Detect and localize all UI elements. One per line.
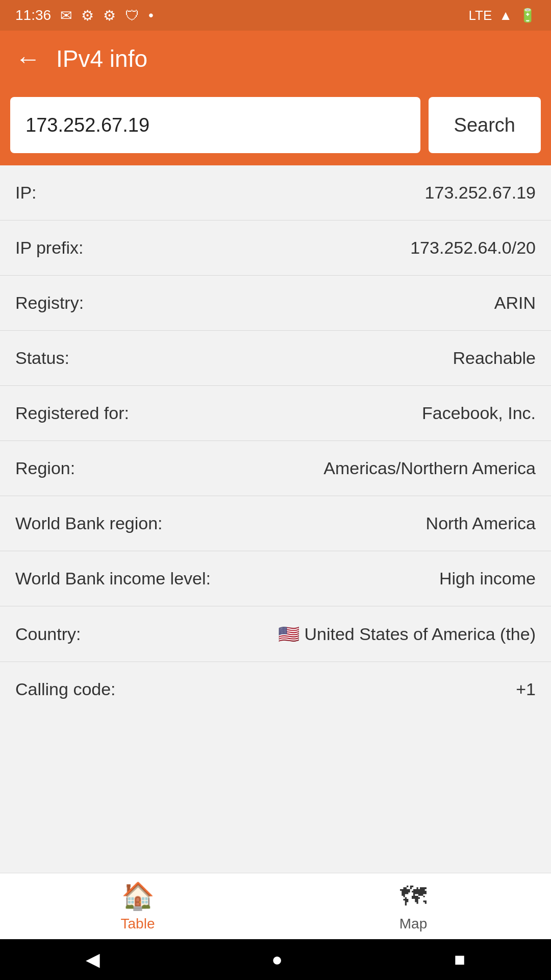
status-bar: 11:36 ✉ ⚙ ⚙ 🛡 • LTE ▲ 🔋 [0,0,551,31]
row-label: Region: [15,458,75,478]
status-time: 11:36 [15,7,51,23]
home-system-button[interactable]: ● [271,949,283,970]
gmail-icon: ✉ [60,7,72,24]
bottom-nav: 🏠Table🗺Map [0,873,551,939]
recent-system-button[interactable]: ■ [454,949,465,970]
row-value: 173.252.64.0/20 [410,238,536,258]
row-value: Reachable [453,348,536,368]
row-label: Registry: [15,293,84,313]
row-label: IP prefix: [15,238,84,258]
table-row: Country:🇺🇸 United States of America (the… [0,606,551,662]
row-value: Facebook, Inc. [422,403,536,423]
row-label: Country: [15,624,81,644]
row-value: 🇺🇸 United States of America (the) [278,624,536,644]
system-nav-bar: ◀ ● ■ [0,939,551,980]
status-bar-right: LTE ▲ 🔋 [469,8,536,23]
table-row: IP prefix:173.252.64.0/20 [0,220,551,276]
row-value: 173.252.67.19 [425,183,536,203]
table-row: Registered for:Facebook, Inc. [0,386,551,441]
row-label: Calling code: [15,679,116,699]
back-system-button[interactable]: ◀ [86,949,100,970]
table-row: Region:Americas/Northern America [0,441,551,496]
search-button[interactable]: Search [429,97,541,153]
row-value: +1 [516,679,536,699]
map-nav-icon: 🗺 [400,881,427,912]
page-title: IPv4 info [56,45,147,72]
signal-icon: ▲ [499,8,512,23]
table-row: Calling code:+1 [0,662,551,717]
dot-icon: • [148,7,154,23]
settings-icon: ⚙ [81,7,94,24]
row-label: Registered for: [15,403,129,423]
table-row: Status:Reachable [0,331,551,386]
row-label: World Bank region: [15,513,163,533]
row-value: High income [439,569,536,589]
row-value: North America [426,513,536,533]
app-bar: ← IPv4 info [0,31,551,87]
table-nav-label: Table [121,916,155,932]
map-nav-label: Map [399,916,427,932]
search-input[interactable] [10,97,420,153]
table-row: World Bank income level:High income [0,551,551,606]
nav-item-map[interactable]: 🗺Map [276,873,551,939]
nav-item-table[interactable]: 🏠Table [0,873,276,939]
table-row: World Bank region:North America [0,496,551,551]
row-value: ARIN [494,293,536,313]
battery-icon: 🔋 [519,8,536,23]
search-bar: Search [0,87,551,165]
row-label: IP: [15,183,37,203]
lte-label: LTE [469,8,492,23]
row-label: Status: [15,348,69,368]
back-button[interactable]: ← [15,46,41,71]
settings2-icon: ⚙ [103,7,116,24]
table-row: IP:173.252.67.19 [0,165,551,220]
status-bar-left: 11:36 ✉ ⚙ ⚙ 🛡 • [15,7,154,24]
row-label: World Bank income level: [15,569,211,589]
table-row: Registry:ARIN [0,276,551,331]
table-nav-icon: 🏠 [121,880,155,912]
row-value: Americas/Northern America [323,458,536,478]
shield-icon: 🛡 [125,7,139,24]
info-list: IP:173.252.67.19IP prefix:173.252.64.0/2… [0,165,551,873]
